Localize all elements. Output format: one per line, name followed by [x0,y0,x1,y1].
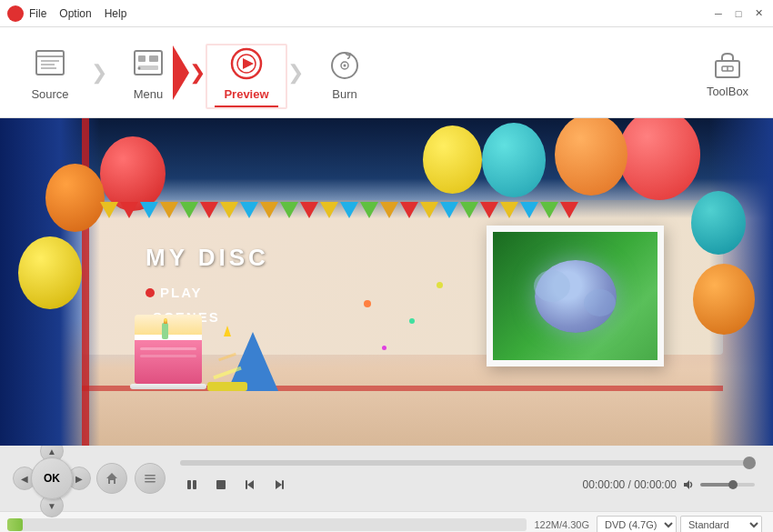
photo-frame [487,226,664,366]
progress-section: 00:00:00 / 00:00:00 [173,460,762,497]
source-icon [30,44,70,84]
svg-point-15 [344,65,346,67]
source-label: Source [31,87,68,101]
seek-thumb[interactable] [743,457,756,469]
playback-controls: 00:00:00 / 00:00:00 [180,473,755,497]
svg-rect-21 [145,481,156,483]
volume-slider[interactable] [700,483,755,487]
toolbar-source[interactable]: Source [9,36,91,109]
svg-rect-8 [138,65,158,70]
dpad: ▲ ▼ ◀ ▶ OK [11,437,93,519]
menu-label: Menu [134,87,164,101]
svg-marker-27 [276,480,282,489]
toolbox-label: ToolBox [707,85,748,98]
time-display: 00:00:00 / 00:00:00 [583,478,755,491]
title-bar: File Option Help ─ □ ✕ [0,0,773,27]
list-button[interactable] [135,463,166,494]
burn-icon [325,44,365,84]
toolbox-button[interactable]: ToolBox [691,36,764,109]
svg-rect-5 [135,51,162,75]
menu-file[interactable]: File [29,7,46,20]
svg-rect-0 [36,51,64,75]
svg-marker-12 [243,58,254,69]
disc-title: MY DISC [146,244,269,272]
toolbox-icon [710,46,745,81]
prev-button[interactable] [238,473,262,497]
arrow-sep-3: ❯ [287,36,304,109]
maximize-button[interactable]: □ [731,6,746,21]
app-logo [7,5,24,22]
toolbar-preview[interactable]: Preview [206,36,287,109]
play-label: PLAY [160,285,203,300]
pause-button[interactable] [180,473,204,497]
status-progress-fill [7,518,23,531]
svg-rect-23 [193,480,196,489]
menu-icon [128,44,168,84]
home-button[interactable] [96,463,127,494]
svg-rect-22 [187,480,191,489]
burn-label: Burn [332,87,356,101]
time-text: 00:00:00 / 00:00:00 [583,478,677,491]
stop-button[interactable] [209,473,233,497]
close-button[interactable]: ✕ [751,6,766,21]
svg-rect-20 [145,478,156,480]
menu-option[interactable]: Option [59,7,91,20]
ok-button[interactable]: OK [31,457,73,499]
file-size-info: 122M/4.30G [534,519,589,530]
dvd-type-dropdown[interactable]: DVD (4.7G) DVD (8.5G) [597,516,677,533]
dvd-scene: MY DISC PLAY SCENES [0,118,773,446]
svg-rect-24 [216,480,226,489]
svg-rect-28 [282,480,284,489]
play-dot [146,288,155,297]
party-hat [227,332,278,391]
toolbar: Source ❯ Menu ❯ [0,27,773,118]
minimize-button[interactable]: ─ [711,6,726,21]
status-bar: 122M/4.30G DVD (4.7G) DVD (8.5G) Standar… [0,511,773,532]
arrow-sep-2: ❯ [189,36,206,109]
svg-rect-6 [138,55,146,62]
toolbar-burn[interactable]: Burn [304,36,386,109]
svg-marker-29 [684,480,689,489]
volume-thumb[interactable] [728,480,738,489]
menu-bar: File Option Help [29,7,711,20]
status-progress-bar [7,518,527,531]
svg-rect-26 [246,480,247,489]
preview-label: Preview [224,87,268,101]
preview-icon [226,44,266,84]
preview-area: MY DISC PLAY SCENES [0,118,773,446]
arrow-sep-1: ❯ [91,36,107,109]
next-button[interactable] [267,473,291,497]
toolbar-nav: Source ❯ Menu ❯ [9,36,691,109]
svg-rect-7 [149,55,158,62]
photo-content [493,232,658,360]
controls-bar: ▲ ▼ ◀ ▶ OK [0,446,773,511]
play-menu-item: PLAY [146,285,203,300]
seek-bar[interactable] [180,460,755,466]
birthday-cake [135,315,206,389]
quality-dropdown[interactable]: Standard High Quality Custom [680,516,762,533]
svg-rect-19 [145,475,156,477]
menu-help[interactable]: Help [105,7,127,20]
svg-marker-25 [247,480,254,489]
volume-icon[interactable] [682,478,695,491]
window-controls: ─ □ ✕ [711,6,766,21]
svg-point-9 [138,67,141,70]
